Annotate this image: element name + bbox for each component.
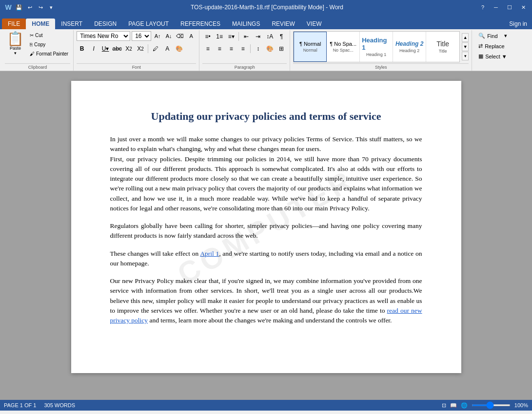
style-normal[interactable]: ¶ Normal Normal xyxy=(294,32,327,62)
style-scroll-up[interactable]: ▲ xyxy=(462,33,469,42)
tab-home[interactable]: HOME xyxy=(26,19,55,29)
april-1-link[interactable]: April 1 xyxy=(200,250,219,257)
style-nospace-preview: ¶ No Spa... xyxy=(330,41,356,47)
tab-design[interactable]: DESIGN xyxy=(88,19,122,29)
restore-button[interactable]: ☐ xyxy=(505,2,514,12)
find-icon: 🔍 xyxy=(478,33,485,39)
paste-button[interactable]: 📋 Paste ▾ xyxy=(5,31,26,56)
align-right-button[interactable]: ≡ xyxy=(226,43,236,54)
align-left-button[interactable]: ≡ xyxy=(202,43,213,54)
text-effects-button[interactable]: A xyxy=(186,31,196,41)
paragraph-3[interactable]: These changes will take effect on April … xyxy=(110,249,422,269)
help-button[interactable]: ? xyxy=(478,3,487,12)
shading2-button[interactable]: 🎨 xyxy=(264,43,275,54)
underline-button[interactable]: U▾ xyxy=(100,43,111,54)
document-title[interactable]: Updating our privacy policies and terms … xyxy=(110,110,422,123)
tab-insert[interactable]: INSERT xyxy=(55,19,88,29)
style-scroll-down[interactable]: ▼ xyxy=(462,42,469,51)
tab-view[interactable]: VIEW xyxy=(301,19,328,29)
clear-format-button[interactable]: ⌫ xyxy=(175,31,185,41)
tab-references[interactable]: REFERENCES xyxy=(175,19,226,29)
copy-icon: ⎘ xyxy=(30,42,33,47)
paste-label: Paste xyxy=(10,46,21,51)
cut-button[interactable]: ✂ Cut xyxy=(28,31,70,39)
paragraph-4[interactable]: Our new Privacy Policy makes clear that,… xyxy=(110,276,422,325)
shading-button[interactable]: 🎨 xyxy=(174,43,184,54)
style-title-preview: Title xyxy=(436,40,449,48)
sign-in-button[interactable]: Sign in xyxy=(504,19,532,29)
copy-button[interactable]: ⎘ Copy xyxy=(28,40,70,49)
font-group: Times New Ro 16 A↑ A↓ ⌫ A B I U▾ abc X2 xyxy=(74,30,199,71)
style-h2-name: Heading 2 xyxy=(399,48,419,53)
style-heading1[interactable]: Heading 1 Heading 1 xyxy=(360,32,393,62)
text-highlight-button[interactable]: 🖊 xyxy=(150,43,161,54)
web-layout-icon[interactable]: 🌐 xyxy=(461,402,468,409)
tab-review[interactable]: REVIEW xyxy=(266,19,300,29)
read-mode-icon[interactable]: 📖 xyxy=(450,402,457,409)
style-title[interactable]: Title Title xyxy=(426,32,459,62)
clipboard-group: 📋 Paste ▾ ✂ Cut ⎘ Copy 🖌 Format Painter xyxy=(2,30,74,71)
format-painter-button[interactable]: 🖌 Format Painter xyxy=(28,50,70,58)
editing-group: 🔍 Find ▾ ⇄ Replace ▦ Select ▼ Editing xyxy=(472,30,513,71)
italic-button[interactable]: I xyxy=(88,43,99,54)
align-center-button[interactable]: ≡ xyxy=(214,43,225,54)
customize-qat-button[interactable]: ▾ xyxy=(47,3,56,12)
tab-file[interactable]: FILE xyxy=(2,19,26,29)
sort-button[interactable]: ↕A xyxy=(264,31,275,42)
privacy-policy-link[interactable]: read our new privacy policy xyxy=(110,307,422,324)
superscript-button[interactable]: X2 xyxy=(135,43,146,54)
font-color-button[interactable]: A xyxy=(162,43,173,54)
style-nospace-name: No Spac... xyxy=(333,48,354,53)
borders-button[interactable]: ⊞ xyxy=(276,43,287,54)
title-bar: W 💾 ↩ ↪ ▾ TOS-update-2016-Marth-18.rtf [… xyxy=(0,0,532,15)
format-painter-icon: 🖌 xyxy=(30,51,35,56)
redo-button[interactable]: ↪ xyxy=(36,3,45,12)
font-size-select[interactable]: 16 xyxy=(132,31,151,41)
increase-indent-button[interactable]: ⇥ xyxy=(253,31,263,42)
style-normal-name: Normal xyxy=(303,48,317,53)
document-page: COMPUTER Updating our privacy policies a… xyxy=(71,81,461,373)
paragraph-1[interactable]: In just over a month we will make some c… xyxy=(110,134,422,213)
decrease-indent-button[interactable]: ⇤ xyxy=(241,31,252,42)
sep3 xyxy=(250,44,251,53)
tab-pagelayout[interactable]: PAGE LAYOUT xyxy=(122,19,175,29)
title-bar-controls: ? ─ ☐ ✕ xyxy=(478,2,528,12)
select-button[interactable]: ▦ Select ▼ xyxy=(475,52,511,61)
tab-mailings[interactable]: MAILINGS xyxy=(226,19,266,29)
clipboard-small: ✂ Cut ⎘ Copy 🖌 Format Painter xyxy=(28,31,70,58)
bold-button[interactable]: B xyxy=(77,43,87,54)
style-heading2[interactable]: Heading 2 Heading 2 xyxy=(393,32,426,62)
minimize-button[interactable]: ─ xyxy=(491,2,501,12)
style-scroll-more[interactable]: ▾ xyxy=(462,52,469,60)
font-family-select[interactable]: Times New Ro xyxy=(77,31,130,41)
find-button[interactable]: 🔍 Find ▾ xyxy=(475,31,511,40)
numbering-button[interactable]: 1≡ xyxy=(214,31,225,42)
paragraph-2[interactable]: Regulators globally have been calling fo… xyxy=(110,221,422,241)
shrink-font-button[interactable]: A↓ xyxy=(164,31,174,41)
format-buttons-row: B I U▾ abc X2 X2 🖊 A 🎨 xyxy=(77,43,196,54)
undo-button[interactable]: ↩ xyxy=(25,3,34,12)
document-container: COMPUTER Updating our privacy policies a… xyxy=(0,71,532,400)
subscript-button[interactable]: X2 xyxy=(123,43,134,54)
quick-access-toolbar: W 💾 ↩ ↪ ▾ xyxy=(4,3,56,12)
close-button[interactable]: ✕ xyxy=(518,2,528,12)
grow-font-button[interactable]: A↑ xyxy=(153,31,162,41)
replace-button[interactable]: ⇄ Replace xyxy=(475,41,511,51)
line-spacing-button[interactable]: ↕ xyxy=(253,43,263,54)
zoom-level: 100% xyxy=(514,402,528,408)
style-nospace[interactable]: ¶ No Spa... No Spac... xyxy=(327,32,360,62)
bullets-button[interactable]: ≡• xyxy=(202,31,213,42)
styles-area: ¶ Normal Normal ¶ No Spa... No Spac... H… xyxy=(293,31,469,62)
show-hide-button[interactable]: ¶ xyxy=(276,31,287,42)
select-icon: ▦ xyxy=(478,53,483,59)
strikethrough-button[interactable]: abc xyxy=(112,43,122,54)
zoom-slider[interactable] xyxy=(472,404,511,406)
font-top: Times New Ro 16 A↑ A↓ ⌫ A B I U▾ abc X2 xyxy=(77,31,196,63)
paste-arrow[interactable]: ▾ xyxy=(14,51,17,56)
word-icon: W xyxy=(4,3,13,12)
layout-icon[interactable]: ⊡ xyxy=(442,402,446,409)
multilevel-list-button[interactable]: ≡▾ xyxy=(226,31,236,42)
justify-button[interactable]: ≡ xyxy=(237,43,248,54)
find-arrow: ▾ xyxy=(504,33,507,39)
save-button[interactable]: 💾 xyxy=(15,3,23,12)
